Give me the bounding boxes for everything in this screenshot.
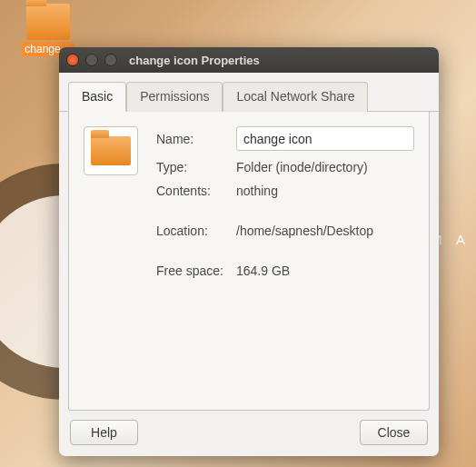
- freespace-row: Free space: 164.9 GB: [156, 263, 414, 278]
- window-minimize-button[interactable]: [85, 54, 98, 66]
- folder-icon: [26, 4, 70, 40]
- tab-basic[interactable]: Basic: [68, 82, 126, 112]
- window-maximize-button[interactable]: [104, 54, 117, 66]
- type-label: Type:: [156, 160, 236, 174]
- contents-value: nothing: [236, 184, 278, 198]
- location-row: Location: /home/sapnesh/Desktop: [156, 224, 414, 238]
- window-title: change icon Properties: [129, 54, 260, 67]
- contents-row: Contents: nothing: [156, 184, 414, 198]
- folder-icon: [91, 136, 131, 165]
- type-value: Folder (inode/directory): [236, 160, 368, 174]
- name-label: Name:: [156, 132, 236, 146]
- tab-local-network-share[interactable]: Local Network Share: [223, 82, 368, 112]
- type-row: Type: Folder (inode/directory): [156, 160, 414, 174]
- properties-dialog: change icon Properties Basic Permissions…: [59, 47, 439, 456]
- close-button[interactable]: Close: [360, 420, 428, 445]
- name-row: Name:: [156, 126, 414, 151]
- location-label: Location:: [156, 224, 236, 238]
- help-button[interactable]: Help: [70, 420, 138, 445]
- titlebar[interactable]: change icon Properties: [59, 47, 439, 73]
- tab-bar: Basic Permissions Local Network Share: [59, 73, 439, 112]
- dialog-footer: Help Close: [59, 420, 439, 456]
- contents-label: Contents:: [156, 184, 236, 198]
- icon-chooser-button[interactable]: [84, 126, 138, 175]
- name-input[interactable]: [236, 126, 414, 151]
- tab-permissions[interactable]: Permissions: [126, 82, 223, 112]
- tab-basic-panel: Name: Type: Folder (inode/directory) Con…: [68, 112, 430, 411]
- freespace-label: Free space:: [156, 263, 236, 278]
- freespace-value: 164.9 GB: [236, 263, 290, 278]
- window-close-button[interactable]: [66, 54, 79, 66]
- location-value: /home/sapnesh/Desktop: [236, 224, 373, 238]
